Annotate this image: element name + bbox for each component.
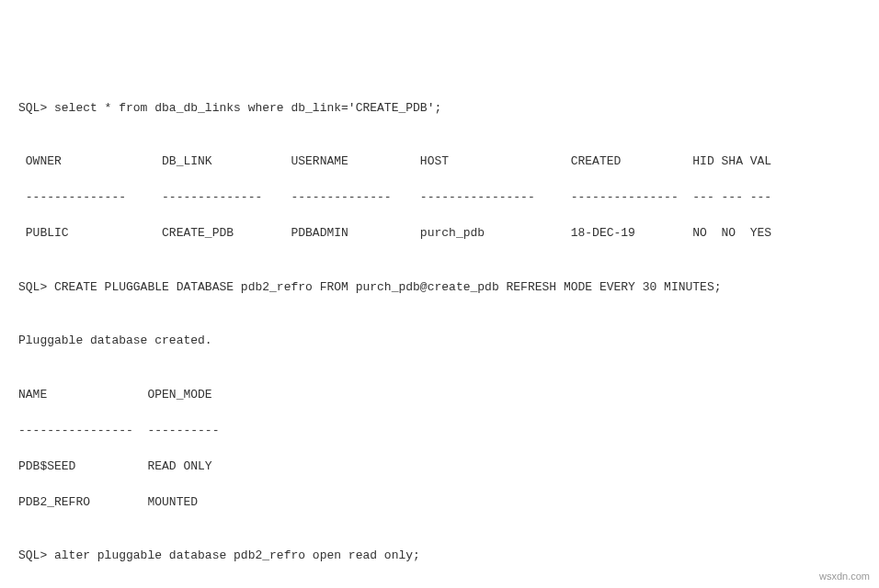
table-row: PUBLIC CREATE_PDB PDBADMIN purch_pdb 18-… <box>18 224 861 243</box>
watermark: wsxdn.com <box>819 569 870 584</box>
table-divider: ---------------- ---------- <box>18 422 861 440</box>
table-header: NAME OPEN_MODE <box>18 386 861 404</box>
sql-line: SQL> alter pluggable database pdb2_refro… <box>18 547 861 565</box>
status-message: Pluggable database created. <box>18 332 861 350</box>
table-divider: -------------- -------------- ----------… <box>18 188 861 207</box>
sql-line: SQL> CREATE PLUGGABLE DATABASE pdb2_refr… <box>18 278 861 297</box>
table-header: OWNER DB_LINK USERNAME HOST CREATED HID … <box>18 153 861 171</box>
terminal-output: SQL> select * from dba_db_links where db… <box>18 81 861 588</box>
table-row: PDB2_REFRO MOUNTED <box>18 493 861 512</box>
sql-line: SQL> select * from dba_db_links where db… <box>18 99 861 118</box>
table-row: PDB$SEED READ ONLY <box>18 458 861 476</box>
